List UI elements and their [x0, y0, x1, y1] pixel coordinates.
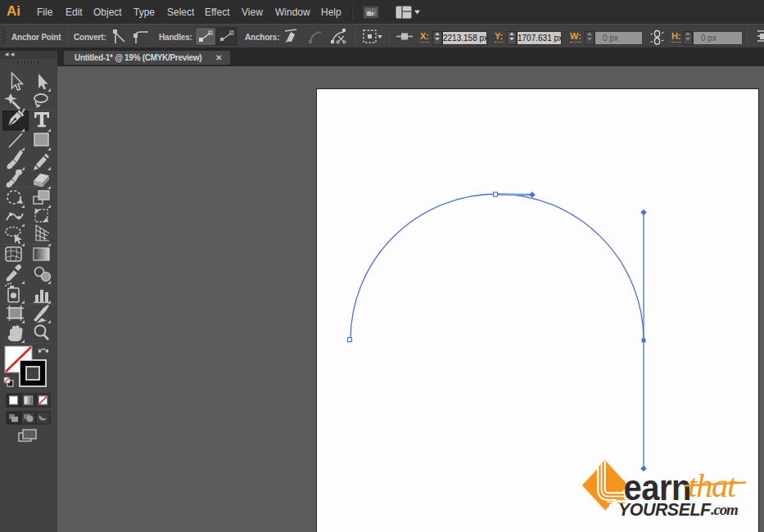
svg-text:Br: Br	[367, 10, 374, 17]
svg-text:.com: .com	[711, 501, 738, 518]
svg-text:YOURSELF: YOURSELF	[618, 498, 712, 520]
